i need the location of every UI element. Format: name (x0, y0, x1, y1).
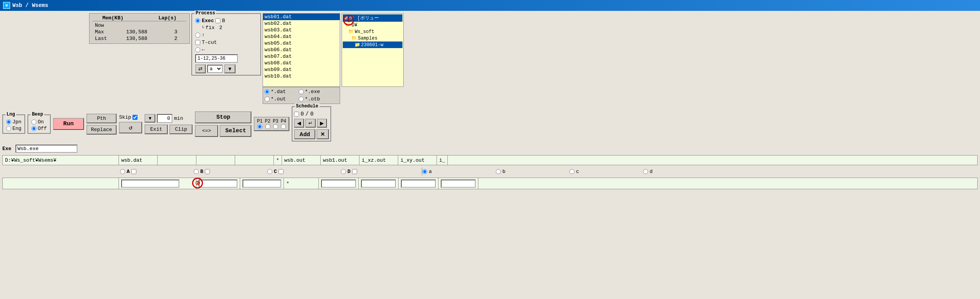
file-item-6[interactable]: wsb07.dat (263, 53, 340, 60)
exit-button[interactable]: Exit (144, 124, 168, 134)
range-input[interactable] (195, 54, 238, 63)
top-section: Mem(KB) Lap(s) Now Max 130,588 3 Last 13… (2, 13, 978, 104)
abcd-c-radio[interactable] (267, 169, 272, 174)
run-button[interactable]: Run (53, 118, 84, 130)
data-path: D:¥Ws_soft¥Wsems¥ (3, 156, 119, 165)
sched-prev-button[interactable]: ◀ (294, 119, 304, 128)
p2-radio[interactable] (265, 124, 270, 129)
mem-val-now (124, 22, 172, 29)
select-button[interactable]: Select (220, 125, 251, 137)
beep-off-radio[interactable] (31, 126, 36, 131)
arrow-button[interactable]: <=> (195, 125, 218, 137)
bot-input-1[interactable] (121, 180, 179, 188)
bot-cell-out3 (399, 178, 438, 189)
bot-out1[interactable] (321, 180, 356, 188)
abcd-b-radio[interactable] (194, 169, 199, 174)
left-arrow-radio[interactable] (195, 47, 200, 52)
file-item-2[interactable]: wsb03.dat (263, 27, 340, 33)
right-a-section: a (422, 169, 496, 175)
file-item-3[interactable]: wsb04.dat (263, 33, 340, 40)
skip-row: Skip (119, 114, 142, 120)
filetype-out-radio[interactable] (265, 97, 270, 102)
beep-group-label: Beep (31, 112, 44, 117)
abcd-a-checkbox[interactable] (131, 169, 136, 174)
reload-button[interactable]: ↺ (119, 122, 142, 133)
p3-radio[interactable] (273, 124, 278, 129)
bot-input-3[interactable] (242, 180, 281, 188)
file-list[interactable]: wsb01.dat wsb02.dat wsb03.dat wsb04.dat … (263, 13, 340, 87)
up-arrow-radio[interactable] (195, 33, 200, 38)
sched-add-button[interactable]: Add (294, 129, 315, 139)
mem-val-last: 130,588 (124, 35, 172, 42)
lng-eng-radio[interactable] (6, 126, 11, 131)
abcd-d-section: D (341, 169, 414, 175)
right-d-section: d (643, 169, 717, 175)
right-d-radio[interactable] (643, 169, 648, 174)
right-a-radio[interactable] (422, 169, 427, 174)
bot-out3[interactable] (401, 180, 436, 188)
exe-input[interactable] (15, 145, 77, 153)
file-item-9[interactable]: wsb10.dat (263, 73, 340, 80)
lng-group-label: Lng (5, 112, 16, 117)
bot-out4[interactable] (441, 180, 476, 188)
min-input[interactable] (157, 114, 172, 123)
folder-icon-samples: 📁 (351, 35, 357, 41)
replace-button[interactable]: Replace (86, 125, 117, 135)
pth-button[interactable]: Pth (86, 114, 117, 123)
data-path-text: D:¥Ws_soft¥Wsems¥ (5, 157, 57, 163)
data-file1: wsb.dat (119, 156, 158, 165)
mem-row-last: Last 130,588 2 (93, 35, 186, 42)
skip-col: Skip ↺ (119, 114, 142, 133)
sched-checkbox[interactable] (294, 112, 299, 117)
tree-label-230601: 230601-w (361, 42, 383, 48)
clip-button[interactable]: Clip (169, 124, 193, 134)
tcut-checkbox[interactable] (195, 40, 200, 45)
tree-item-wssoft[interactable]: 📁 Ws_soft (343, 28, 402, 35)
file-item-7[interactable]: wsb08.dat (263, 60, 340, 66)
swap-dropdown[interactable]: ▼ (224, 64, 236, 73)
filetype-exe-label: *.exe (305, 89, 320, 95)
exec-radio[interactable] (195, 18, 200, 23)
right-a-label: a (429, 169, 432, 175)
lng-jpn-radio[interactable] (6, 119, 11, 124)
filetype-otb-radio[interactable] (299, 97, 304, 102)
lap-header: Lap(s) (158, 15, 177, 21)
swap-button[interactable]: ⇄ (195, 64, 206, 73)
fix-value: 2 (219, 25, 222, 31)
p1-radio[interactable] (257, 124, 262, 129)
swap-select[interactable]: a b (207, 65, 223, 73)
tree-item-230601[interactable]: 📁 230601-w (343, 41, 402, 48)
tree-item-samples[interactable]: 📁 Samples (343, 35, 402, 41)
file-item-5[interactable]: wsb06.dat (263, 47, 340, 53)
filetype-exe-radio[interactable] (299, 89, 304, 94)
abcd-d-checkbox[interactable] (352, 169, 357, 174)
file-item-0[interactable]: wsb01.dat (263, 14, 340, 20)
filetype-dat-radio[interactable] (265, 89, 270, 94)
bot-input-2[interactable] (199, 180, 237, 188)
badge-1: ① (343, 15, 354, 26)
file-item-8[interactable]: wsb09.dat (263, 66, 340, 73)
right-b-radio[interactable] (496, 169, 501, 174)
min-down-button[interactable]: ▼ (144, 114, 155, 123)
abcd-c-checkbox[interactable] (279, 169, 284, 174)
abcd-a-radio[interactable] (120, 169, 125, 174)
right-c-radio[interactable] (569, 169, 574, 174)
sched-remove-button[interactable]: ✕ (316, 129, 329, 139)
mem-row-max: Max 130,588 3 (93, 29, 186, 35)
right-b-label: b (502, 169, 505, 175)
bot-out2[interactable] (361, 180, 396, 188)
lng-group: Lng Jpn Eng (2, 114, 25, 134)
stop-button[interactable]: Stop (195, 111, 251, 123)
abcd-d-radio[interactable] (341, 169, 346, 174)
fix-label: fix (206, 25, 215, 31)
beep-on-radio[interactable] (31, 119, 36, 124)
sched-mid-button[interactable]: ↵ (305, 119, 316, 128)
skip-checkbox[interactable] (132, 115, 138, 120)
min-label: min (174, 116, 183, 121)
p4-radio[interactable] (281, 124, 286, 129)
abcd-b-checkbox[interactable] (205, 169, 210, 174)
file-item-1[interactable]: wsb02.dat (263, 20, 340, 27)
file-item-4[interactable]: wsb05.dat (263, 40, 340, 47)
b-checkbox[interactable] (215, 18, 220, 23)
sched-next-button[interactable]: ▶ (317, 119, 327, 128)
